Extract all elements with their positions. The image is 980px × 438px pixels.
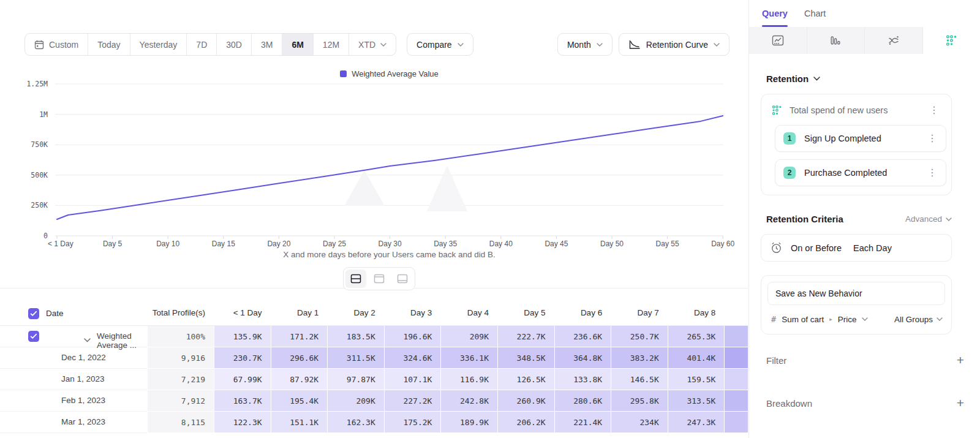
table-row[interactable]: Jan 1, 20237,21967.99K87.92K97.87K107.1K… (0, 369, 748, 390)
property-path-arrow-icon: ▸ (829, 316, 832, 322)
legend-swatch (340, 70, 347, 77)
table-header-col: Day 3 (384, 289, 441, 325)
retention-section-header[interactable]: Retention (766, 74, 952, 84)
select-all-checkbox[interactable] (28, 308, 39, 319)
layout-top-band-button[interactable] (369, 270, 390, 288)
date-range-3m[interactable]: 3M (251, 34, 282, 55)
behavior-step-1[interactable]: 1Sign Up Completed⋮ (775, 125, 946, 152)
svg-text:750K: 750K (31, 140, 48, 149)
layout-bottom-band-button[interactable] (392, 270, 413, 288)
table-row[interactable]: Feb 1, 20237,912163.7K195.4K209K227.2K24… (0, 390, 748, 412)
save-as-new-behavior-button[interactable]: Save as New Behavior (767, 282, 945, 305)
bar-chart-icon (830, 35, 841, 46)
query-builder-panel: Query Chart Retention (748, 0, 980, 438)
retention-value-cell: 311.5K (327, 347, 384, 369)
report-type-flows[interactable] (865, 27, 923, 54)
retention-value-cell: 227.2K (384, 390, 441, 412)
date-range-yesterday[interactable]: Yesterday (130, 34, 187, 55)
measure-subfield[interactable]: Price (838, 315, 857, 324)
row-label-cell: Mar 1, 2023 (0, 412, 147, 433)
table-row[interactable]: Mar 1, 20238,115122.3K151.1K162.3K175.2K… (0, 412, 748, 433)
retention-dots-icon (945, 34, 957, 47)
chevron-down-icon (597, 43, 603, 47)
chart-legend[interactable]: Weighted Average Value (55, 69, 723, 78)
behavior-title-row[interactable]: Total spend of new users ⋮ (769, 102, 946, 118)
date-range-12m[interactable]: 12M (313, 34, 349, 55)
report-type-tabs (749, 27, 980, 54)
groups-dropdown[interactable]: All Groups (894, 315, 943, 324)
clipped-value-cell (724, 347, 748, 369)
svg-text:Day 5: Day 5 (103, 240, 123, 248)
step-number-badge: 2 (783, 167, 796, 179)
report-type-funnels[interactable] (807, 27, 865, 54)
svg-text:Day 35: Day 35 (434, 240, 457, 248)
retention-value-cell: 189.9K (440, 412, 497, 433)
retention-value-cell: 236.6K (554, 326, 611, 347)
expand-chevron-icon[interactable] (84, 334, 91, 345)
chevron-down-icon (813, 77, 820, 81)
svg-text:Day 40: Day 40 (489, 240, 513, 248)
retention-value-cell: 280.6K (554, 390, 611, 412)
add-filter-button[interactable]: + (957, 353, 964, 368)
tab-chart[interactable]: Chart (804, 0, 826, 27)
row-checkbox[interactable] (28, 331, 39, 342)
date-range-6m[interactable]: 6M (282, 34, 312, 55)
criteria-mode-dropdown[interactable]: Advanced (905, 214, 952, 224)
retention-value-cell: 230.7K (214, 347, 271, 369)
layout-toggle-group (343, 267, 415, 290)
criteria-condition[interactable]: On or Before (791, 243, 842, 253)
table-row[interactable]: Dec 1, 20229,916230.7K296.6K311.5K324.6K… (0, 347, 748, 369)
retention-value-cell: 383.2K (611, 347, 668, 369)
date-range-7d[interactable]: 7D (186, 34, 216, 55)
svg-text:Day 10: Day 10 (156, 240, 179, 248)
criteria-card[interactable]: On or Before Each Day (761, 234, 952, 262)
date-range-custom[interactable]: Custom (25, 34, 88, 55)
retention-value-cell: 151.1K (271, 412, 328, 433)
chart-style-dropdown[interactable]: Retention Curve (619, 33, 729, 56)
row-label-cell: Weighted Average ... (0, 326, 147, 347)
retention-value-cell: 175.2K (384, 412, 441, 433)
insights-line-chart-icon (772, 35, 784, 46)
retention-value-cell: 116.9K (440, 369, 497, 390)
behavior-title: Total spend of new users (790, 105, 918, 115)
retention-value-cell: 135.9K (214, 326, 271, 347)
criteria-value[interactable]: Each Day (853, 243, 892, 253)
kebab-menu-icon[interactable]: ⋮ (924, 132, 941, 145)
compare-button[interactable]: Compare (407, 33, 473, 56)
report-toolbar: CustomTodayYesterday7D30D3M6M12MXTD Comp… (24, 33, 729, 56)
report-main-area: CustomTodayYesterday7D30D3M6M12MXTD Comp… (0, 0, 748, 438)
retention-value-cell: 196.6K (384, 326, 441, 347)
table-header-col: Day 4 (440, 289, 497, 325)
table-row[interactable]: Weighted Average ...100%135.9K171.2K183.… (0, 326, 748, 347)
retention-value-cell: 162.3K (327, 412, 384, 433)
clipped-value-cell (724, 369, 748, 390)
retention-value-cell: 146.5K (611, 369, 668, 390)
kebab-menu-icon[interactable]: ⋮ (924, 167, 941, 179)
table-header-col: Day 8 (668, 289, 725, 325)
retention-value-cell: 97.87K (327, 369, 384, 390)
date-range-30d[interactable]: 30D (216, 34, 251, 55)
clipped-value-cell (724, 326, 748, 347)
retention-value-cell: 222.7K (497, 326, 554, 347)
svg-text:Day 45: Day 45 (545, 240, 568, 248)
filter-label: Filter (766, 355, 957, 366)
retention-value-cell: 364.8K (554, 347, 611, 369)
retention-table: DateTotal Profile(s)< 1 DayDay 1Day 2Day… (0, 288, 748, 438)
retention-value-cell: 247.3K (668, 412, 725, 433)
add-breakdown-button[interactable]: + (957, 396, 964, 410)
date-range-today[interactable]: Today (88, 34, 129, 55)
tab-query[interactable]: Query (762, 0, 788, 27)
layout-split-rows-button[interactable] (345, 270, 366, 288)
kebab-menu-icon[interactable]: ⋮ (925, 104, 943, 116)
report-type-insights[interactable] (749, 27, 807, 54)
measure-field-dropdown[interactable]: Sum of cart (782, 315, 824, 324)
step-event-label: Sign Up Completed (804, 134, 915, 143)
report-type-retention[interactable] (923, 27, 980, 54)
behavior-step-2[interactable]: 2Purchase Completed⋮ (775, 159, 946, 186)
chevron-down-icon (458, 43, 464, 47)
granularity-dropdown[interactable]: Month (557, 33, 612, 56)
active-tab-underline (762, 25, 788, 27)
retention-value-cell: 221.4K (554, 412, 611, 433)
behavior-steps: 1Sign Up Completed⋮2Purchase Completed⋮ (769, 125, 946, 186)
date-range-xtd[interactable]: XTD (349, 34, 396, 55)
